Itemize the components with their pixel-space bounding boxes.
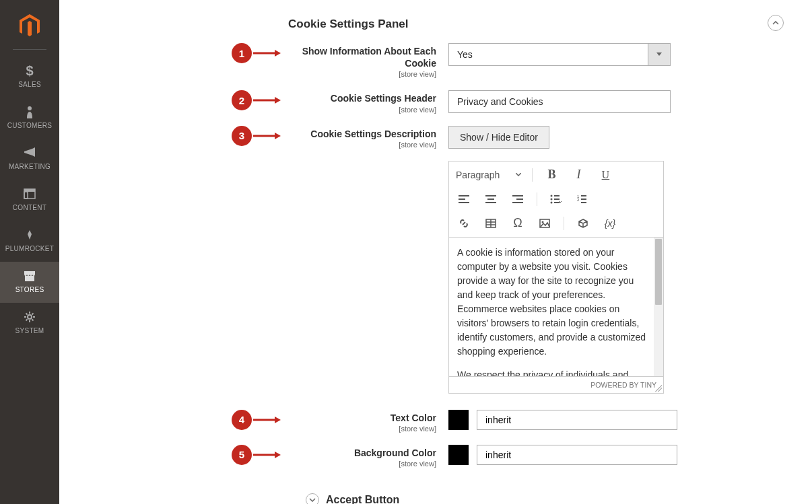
field-bg-color: 5 Background Color [store view]	[79, 445, 792, 468]
sidebar-item-label: SALES	[3, 81, 57, 88]
field-label: Cookie Settings Header	[288, 92, 436, 104]
align-right-icon[interactable]	[510, 191, 526, 207]
sidebar-item-label: MARKETING	[3, 163, 57, 170]
wysiwyg-editor: Paragraph B I U 12	[448, 161, 664, 394]
collapse-section-button[interactable]	[768, 15, 784, 31]
megaphone-icon	[3, 145, 57, 160]
editor-paragraph: A cookie is information stored on your c…	[457, 246, 651, 359]
sidebar-item-marketing[interactable]: MARKETING	[0, 139, 59, 180]
rocket-icon	[3, 227, 57, 242]
sidebar-item-label: CONTENT	[3, 204, 57, 211]
svg-text:$: $	[26, 64, 33, 77]
table-icon[interactable]	[483, 215, 499, 231]
sidebar-item-sales[interactable]: $ SALES	[0, 57, 59, 98]
editor-content-area[interactable]: A cookie is information stored on your c…	[449, 238, 663, 376]
special-char-icon[interactable]: Ω	[510, 215, 526, 231]
field-label: Cookie Settings Description	[288, 128, 436, 140]
annotation-arrow-icon	[252, 445, 281, 465]
store-icon	[3, 268, 57, 283]
field-label: Background Color	[288, 447, 436, 459]
field-text-color: 4 Text Color [store view]	[79, 410, 792, 433]
svg-point-1	[28, 106, 32, 110]
field-show-info: 1 Show Information About Each Cookie [st…	[79, 43, 792, 78]
field-scope: [store view]	[288, 141, 436, 149]
field-scope: [store view]	[288, 460, 436, 468]
widget-icon[interactable]	[575, 215, 591, 231]
italic-icon[interactable]: I	[570, 167, 586, 183]
bullet-list-icon[interactable]	[548, 191, 564, 207]
sidebar-item-label: PLUMROCKET	[3, 245, 57, 252]
annotation-arrow-icon	[252, 43, 281, 63]
svg-point-18	[551, 194, 553, 196]
svg-text:2: 2	[577, 198, 580, 202]
cookie-header-input[interactable]	[448, 90, 671, 113]
chevron-down-icon	[306, 493, 319, 504]
annotation-badge-1: 1	[232, 43, 252, 63]
sidebar-item-plumrocket[interactable]: PLUMROCKET	[0, 221, 59, 262]
editor-toolbar: Paragraph B I U 12	[449, 161, 663, 238]
editor-paragraph: We respect the privacy of individuals an…	[457, 368, 651, 376]
field-header: 2 Cookie Settings Header [store view]	[79, 90, 792, 113]
underline-icon[interactable]: U	[597, 167, 613, 183]
align-center-icon[interactable]	[483, 191, 499, 207]
bg-color-input[interactable]	[477, 445, 677, 465]
subsection-accept-button[interactable]: Accept Button	[79, 480, 792, 504]
field-description: 3 Cookie Settings Description [store vie…	[79, 126, 792, 394]
main-content: Cookie Settings Panel 1 Show Information…	[59, 0, 812, 504]
text-color-swatch[interactable]	[448, 410, 469, 430]
annotation-badge-4: 4	[232, 410, 252, 430]
field-scope: [store view]	[288, 70, 436, 78]
magento-logo-icon[interactable]	[16, 12, 43, 39]
sidebar-item-system[interactable]: SYSTEM	[0, 303, 59, 344]
svg-point-20	[551, 201, 553, 203]
svg-point-19	[551, 198, 553, 200]
format-select[interactable]: Paragraph	[456, 170, 521, 180]
show-info-select[interactable]	[448, 43, 671, 66]
annotation-badge-2: 2	[232, 90, 252, 110]
editor-scrollbar[interactable]	[654, 238, 663, 376]
format-select-value: Paragraph	[456, 170, 500, 180]
numbered-list-icon[interactable]: 12	[575, 191, 591, 207]
field-label: Show Information About Each Cookie	[288, 45, 436, 69]
align-left-icon[interactable]	[456, 191, 472, 207]
svg-rect-4	[24, 192, 28, 199]
image-icon[interactable]	[537, 215, 553, 231]
annotation-badge-5: 5	[232, 445, 252, 465]
section-title: Cookie Settings Panel	[79, 13, 792, 43]
gear-icon	[3, 310, 57, 324]
annotation-arrow-icon	[252, 126, 281, 146]
bg-color-swatch[interactable]	[448, 445, 469, 465]
svg-point-5	[28, 315, 32, 319]
annotation-arrow-icon	[252, 90, 281, 110]
sidebar-item-label: CUSTOMERS	[3, 122, 57, 129]
editor-footer: POWERED BY TINY	[449, 376, 663, 393]
toolbar-separator	[537, 192, 537, 206]
person-icon	[3, 104, 57, 119]
field-scope: [store view]	[288, 106, 436, 114]
sidebar-item-customers[interactable]: CUSTOMERS	[0, 98, 59, 139]
subsection-title: Accept Button	[326, 494, 399, 504]
link-icon[interactable]	[456, 215, 472, 231]
text-color-input[interactable]	[477, 410, 677, 430]
layout-icon	[3, 186, 57, 201]
sidebar-item-content[interactable]: CONTENT	[0, 180, 59, 221]
toolbar-separator	[532, 168, 533, 182]
toggle-editor-button[interactable]: Show / Hide Editor	[448, 126, 549, 149]
dollar-icon: $	[3, 63, 57, 78]
toolbar-separator	[564, 217, 564, 230]
sidebar-item-label: SYSTEM	[3, 327, 57, 334]
admin-sidebar: $ SALES CUSTOMERS MARKETING CONTENT PLUM…	[0, 0, 59, 504]
annotation-arrow-icon	[252, 410, 281, 430]
scrollbar-thumb[interactable]	[655, 239, 662, 305]
bold-icon[interactable]: B	[543, 167, 560, 183]
field-label: Text Color	[288, 412, 436, 424]
annotation-badge-3: 3	[232, 126, 252, 146]
field-scope: [store view]	[288, 425, 436, 433]
sidebar-item-stores[interactable]: STORES	[0, 262, 59, 303]
sidebar-item-label: STORES	[3, 286, 57, 293]
variable-icon[interactable]: {x}	[602, 215, 618, 231]
sidebar-divider	[13, 49, 46, 50]
